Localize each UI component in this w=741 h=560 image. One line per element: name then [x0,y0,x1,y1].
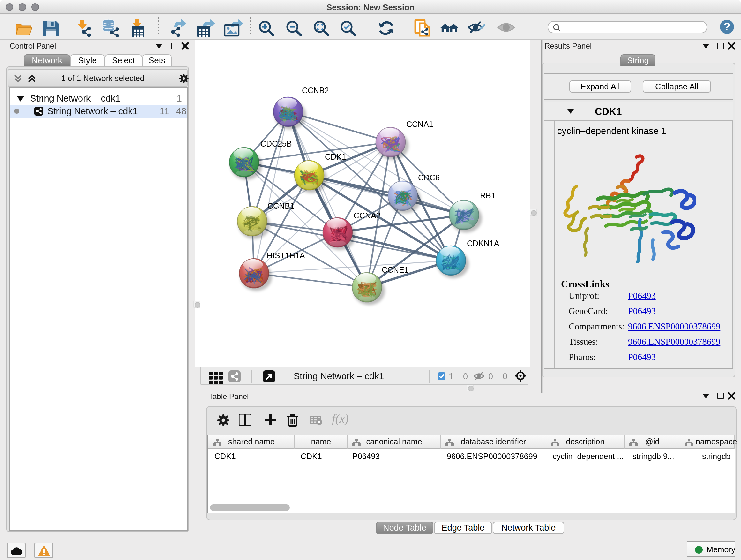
svg-text:?: ? [724,20,731,32]
svg-text:CCNA2: CCNA2 [354,211,381,220]
svg-text:CCNB1: CCNB1 [267,201,294,210]
svg-text:CCNB2: CCNB2 [302,86,329,95]
svg-text:CCNE1: CCNE1 [382,265,409,274]
svg-text:CDC25B: CDC25B [260,139,292,148]
svg-text:CDC6: CDC6 [418,173,440,182]
svg-text:CCNA1: CCNA1 [406,120,433,129]
svg-text:HIST1H1A: HIST1H1A [267,251,305,260]
svg-text:CDK1: CDK1 [325,152,346,161]
svg-text:RB1: RB1 [480,191,495,200]
svg-text:CDKN1A: CDKN1A [467,239,499,248]
